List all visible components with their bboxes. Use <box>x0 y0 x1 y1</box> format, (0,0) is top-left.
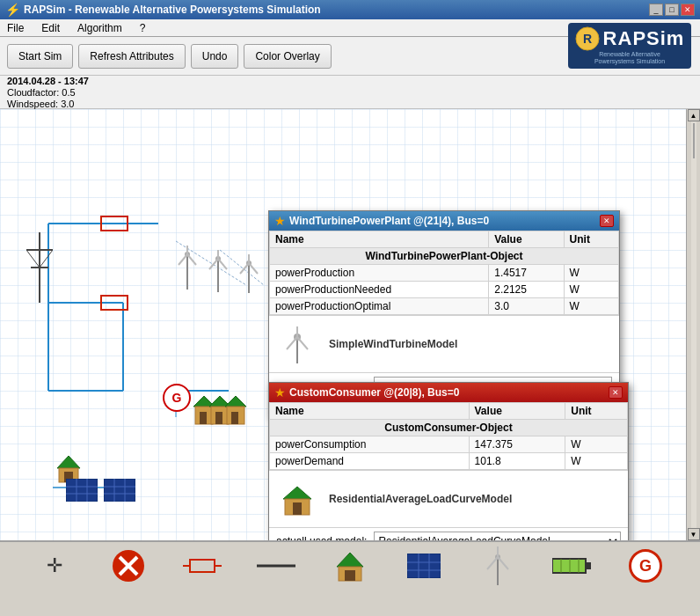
svg-rect-51 <box>104 479 135 502</box>
consumer-row2-unit: W <box>565 453 628 470</box>
svg-line-17 <box>26 250 40 268</box>
color-overlay-button[interactable]: Color Overlay <box>244 44 331 69</box>
consumer-col-name: Name <box>270 403 470 420</box>
wind-model-row: SimpleWindTurbineModel <box>269 315 619 372</box>
consumer-model-icon <box>276 478 318 520</box>
status-area: 2014.04.28 - 13:47 Cloudfactor: 0.5 Wind… <box>0 76 700 109</box>
consumer-dialog-close[interactable]: ✕ <box>609 386 623 399</box>
wind-row1-value: 1.4517 <box>489 265 564 282</box>
timestamp: 2014.04.28 - 13:47 <box>7 76 693 86</box>
svg-marker-40 <box>225 396 246 407</box>
scroll-thumb[interactable] <box>693 123 695 158</box>
table-row: powerDemand 101.8 W <box>270 453 628 470</box>
svg-text:R: R <box>583 32 592 46</box>
wind-properties-table: Name Value Unit WindTurbinePowerPlant-Ob… <box>269 231 619 315</box>
move-tool[interactable]: ✛ <box>35 546 74 585</box>
wind-turbine-1[interactable] <box>171 246 203 292</box>
wind-col-value: Value <box>489 231 564 248</box>
title-bar: ⚡ RAPSim - Renewable Alternative Powersy… <box>0 0 700 19</box>
consumer-dialog-titlebar[interactable]: ★ CustomConsumer @(20|8), Bus=0 ✕ <box>269 383 628 402</box>
svg-rect-46 <box>66 479 98 502</box>
svg-line-28 <box>218 259 227 269</box>
wind-turbine-2[interactable] <box>202 250 234 295</box>
logo-area: R RAPSim Renewable Alternative Powersyst… <box>586 19 674 72</box>
delete-tool[interactable] <box>109 546 148 585</box>
svg-rect-74 <box>407 554 441 578</box>
svg-marker-61 <box>283 487 311 499</box>
svg-line-27 <box>209 259 218 269</box>
consumer-col-value: Value <box>469 403 565 420</box>
wind-dialog-title: WindTurbinePowerPlant @(21|4), Bus=0 <box>289 215 489 227</box>
cloud-factor: Cloudfactor: 0.5 <box>7 87 693 98</box>
wind-row2-value: 2.2125 <box>489 282 564 298</box>
consumer-dialog: ★ CustomConsumer @(20|8), Bus=0 ✕ Name V… <box>268 382 629 540</box>
consumer-col-unit: Unit <box>565 403 628 420</box>
scroll-up-button[interactable]: ▲ <box>688 109 700 121</box>
consumer-row1-name: powerConsumption <box>270 436 470 453</box>
wind-dialog-star: ★ <box>274 214 286 228</box>
svg-marker-71 <box>337 553 363 567</box>
resistor-tool[interactable] <box>183 546 222 585</box>
consumer-row2-value: 101.8 <box>469 453 565 470</box>
table-row: powerProduction 1.4517 W <box>270 265 619 282</box>
logo-text: RAPSim <box>603 27 685 50</box>
wind-section-header: WindTurbinePowerPlant-Object <box>270 248 619 265</box>
table-row: powerProductionOptimal 3.0 W <box>270 298 619 315</box>
svg-line-82 <box>487 557 498 569</box>
svg-line-33 <box>249 263 258 274</box>
logo-icon: R <box>575 26 600 51</box>
svg-line-59 <box>287 337 297 349</box>
canvas-scrollbar[interactable]: ▲ ▼ <box>686 109 700 540</box>
menu-edit[interactable]: Edit <box>38 21 63 35</box>
wind-model-icon <box>276 323 318 365</box>
close-button[interactable]: ✕ <box>681 4 695 16</box>
battery-tool[interactable] <box>552 546 591 585</box>
wire-tool[interactable] <box>257 546 295 585</box>
svg-rect-73 <box>345 570 355 581</box>
svg-rect-36 <box>200 412 207 424</box>
bottom-toolbar: ✛ <box>0 540 700 590</box>
wind-speed: Windspeed: 3.0 <box>7 99 693 109</box>
wind-row1-name: powerProduction <box>270 265 489 282</box>
consumer-dialog-title: CustomConsumer @(20|8), Bus=0 <box>289 386 459 399</box>
window-controls: _ □ ✕ <box>649 4 695 16</box>
scroll-down-button[interactable]: ▼ <box>688 528 700 540</box>
solar-panel-2[interactable] <box>104 479 135 504</box>
maximize-button[interactable]: □ <box>665 4 679 16</box>
menu-algorithm[interactable]: Algorithm <box>74 21 126 35</box>
house-tool[interactable] <box>331 546 369 585</box>
consumer-row1-value: 147.375 <box>469 436 565 453</box>
wind-row3-unit: W <box>564 298 618 315</box>
consumer-dialog-content: Name Value Unit CustomConsumer-Object po… <box>269 402 628 540</box>
svg-rect-68 <box>190 560 215 572</box>
menu-help[interactable]: ? <box>136 21 149 35</box>
consumer-model-row: ResidentialAverageLoadCurveModel <box>269 470 628 527</box>
wind-row1-unit: W <box>564 265 618 282</box>
consumer-model-select[interactable]: ResidentialAverageLoadCurveModel <box>374 532 621 540</box>
svg-line-23 <box>187 254 196 265</box>
wind-dialog-close[interactable]: ✕ <box>600 215 614 227</box>
wind-col-name: Name <box>270 231 489 248</box>
main-canvas: G <box>0 109 700 540</box>
wind-turbine-3[interactable] <box>233 254 265 296</box>
generator-tool[interactable]: G <box>626 546 665 585</box>
svg-line-22 <box>179 254 187 265</box>
house-cluster[interactable] <box>186 387 257 432</box>
solar-panel-1[interactable] <box>66 479 98 504</box>
minimize-button[interactable]: _ <box>649 4 663 16</box>
undo-button[interactable]: Undo <box>191 44 239 69</box>
svg-rect-39 <box>215 412 222 424</box>
wind-dialog-titlebar[interactable]: ★ WindTurbinePowerPlant @(21|4), Bus=0 ✕ <box>269 211 619 231</box>
start-sim-button[interactable]: Start Sim <box>7 44 73 69</box>
refresh-attributes-button[interactable]: Refresh Attributes <box>78 44 185 69</box>
wind-col-unit: Unit <box>564 231 618 248</box>
svg-line-60 <box>297 337 308 349</box>
logo: R RAPSim Renewable Alternative Powersyst… <box>568 23 692 70</box>
menu-file[interactable]: File <box>4 21 27 35</box>
solar-tool[interactable] <box>405 546 443 585</box>
consumer-model-name: ResidentialAverageLoadCurveModel <box>329 493 512 505</box>
consumer-dialog-star: ★ <box>274 385 286 400</box>
consumer-properties-table: Name Value Unit CustomConsumer-Object po… <box>269 402 628 470</box>
turbine-tool[interactable] <box>478 546 517 585</box>
wind-row2-name: powerProductionNeeded <box>270 282 489 298</box>
